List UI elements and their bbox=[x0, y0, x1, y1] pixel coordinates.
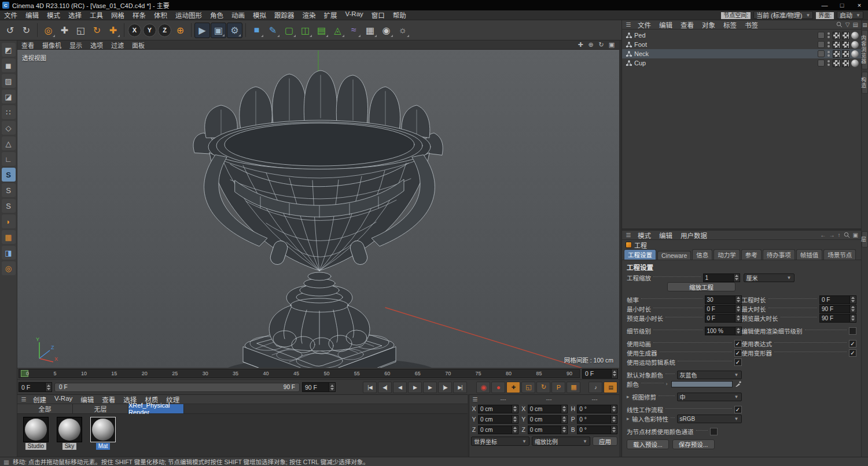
camera-icon[interactable]: ◉ bbox=[378, 23, 394, 38]
stepper-arrows[interactable] bbox=[45, 383, 52, 391]
object-menu-item[interactable]: 对象 bbox=[698, 20, 719, 29]
uv-mode-icon[interactable]: ◪ bbox=[2, 90, 16, 103]
deformer-icon[interactable]: ≈ bbox=[346, 23, 362, 38]
attribute-tab[interactable]: 参考 bbox=[741, 249, 762, 260]
attribute-tab[interactable]: 信息 bbox=[692, 249, 712, 260]
rot-b-field[interactable]: 0 ° bbox=[577, 426, 617, 434]
axis-mode-icon[interactable]: ∟ bbox=[2, 152, 16, 166]
rot-p-field[interactable]: 0 ° bbox=[577, 415, 617, 424]
material-tab[interactable]: 无层 bbox=[73, 404, 128, 413]
primitive-cube-icon[interactable]: ■ bbox=[249, 23, 264, 38]
menubar-item[interactable]: 网格 bbox=[107, 10, 128, 20]
size-header[interactable]: --- bbox=[526, 396, 572, 402]
subdivision-surface-icon[interactable]: ▢ bbox=[281, 23, 297, 38]
use-generators-checkbox[interactable] bbox=[734, 349, 742, 357]
stepper-arrows[interactable] bbox=[329, 383, 335, 391]
material-item[interactable]: Mat bbox=[89, 417, 117, 454]
object-menu-item[interactable]: 文件 bbox=[634, 20, 655, 29]
live-selection-icon[interactable]: ◎ bbox=[41, 23, 56, 38]
use-motion-system-checkbox[interactable] bbox=[734, 358, 742, 366]
rotate-tool-icon[interactable]: ↻ bbox=[89, 23, 105, 38]
attribute-tab[interactable]: 场景节点 bbox=[823, 249, 856, 260]
search-icon[interactable] bbox=[844, 232, 850, 238]
menubar-item[interactable]: 角色 bbox=[206, 10, 227, 20]
viewport-menu-item[interactable]: 过滤 bbox=[107, 40, 128, 50]
object-menu-item[interactable]: 查看 bbox=[676, 20, 698, 29]
object-row[interactable]: Foot bbox=[622, 40, 861, 49]
edit-toggle-icon[interactable] bbox=[818, 60, 825, 66]
menubar-item[interactable]: 渲染 bbox=[299, 10, 320, 20]
object-row[interactable]: Neck bbox=[622, 49, 861, 58]
menubar-item[interactable]: 体积 bbox=[150, 10, 171, 20]
object-menu-item[interactable]: 书签 bbox=[741, 20, 762, 29]
panel-menu-icon[interactable]: ☰ bbox=[624, 21, 632, 28]
texture-tag-icon[interactable] bbox=[833, 50, 840, 58]
viewport-menu-item[interactable]: 摄像机 bbox=[38, 40, 65, 50]
interface-dropdown[interactable]: 启动▼ bbox=[837, 11, 863, 19]
snap-icon[interactable]: S bbox=[2, 168, 16, 182]
material-item[interactable]: Studio bbox=[22, 417, 50, 454]
layers-tab[interactable]: 层 bbox=[862, 231, 868, 247]
max-time-field[interactable]: 90 F bbox=[819, 305, 856, 313]
attribute-tab[interactable]: 工程设置 bbox=[624, 249, 656, 260]
keyframe-rotation-toggle[interactable]: ↻ bbox=[536, 382, 550, 393]
move-tool-icon[interactable]: ✚ bbox=[57, 23, 72, 38]
record-button[interactable]: ◉ bbox=[476, 382, 490, 393]
size-y-field[interactable]: 0 cm bbox=[528, 415, 568, 424]
menubar-item[interactable]: 跟踪器 bbox=[270, 10, 299, 20]
render-picture-viewer-icon[interactable]: ▣ bbox=[211, 23, 226, 38]
menubar-item[interactable]: 编辑 bbox=[21, 10, 43, 20]
material-thumbnail[interactable] bbox=[57, 417, 82, 442]
autokey-button[interactable]: ● bbox=[491, 382, 505, 393]
input-color-dropdown[interactable]: sRGB▼ bbox=[677, 415, 742, 423]
viewport-menu-item[interactable]: 显示 bbox=[65, 40, 86, 50]
pos-x-field[interactable]: 0 cm bbox=[478, 405, 518, 413]
material-tag-icon[interactable] bbox=[851, 60, 859, 67]
menubar-item[interactable]: 工具 bbox=[86, 10, 107, 20]
next-frame-button[interactable]: ▶ bbox=[423, 382, 437, 393]
previous-frame-button[interactable]: ◀ bbox=[393, 382, 407, 393]
menubar-item[interactable]: 运动图形 bbox=[171, 10, 206, 20]
solo-toggle[interactable]: ▤ bbox=[604, 382, 617, 393]
lod-field[interactable]: 100 % bbox=[705, 327, 742, 335]
play-button[interactable]: ▶ bbox=[408, 382, 422, 393]
menubar-item[interactable]: 帮助 bbox=[389, 10, 410, 20]
goto-end-button[interactable]: ▶| bbox=[453, 382, 467, 393]
material-menu-item[interactable]: V-Ray bbox=[50, 395, 76, 404]
object-menu-item[interactable]: 编辑 bbox=[655, 20, 676, 29]
menubar-item[interactable]: 选择 bbox=[64, 10, 86, 20]
visibility-dots-icon[interactable] bbox=[826, 32, 831, 38]
polygons-mode-icon[interactable]: △ bbox=[2, 136, 16, 150]
menubar-item[interactable]: 窗口 bbox=[367, 10, 389, 20]
undo-icon[interactable]: ↺ bbox=[2, 23, 18, 38]
menubar-item[interactable]: 动画 bbox=[227, 10, 249, 20]
default-color-dropdown[interactable]: 灰蓝色▼ bbox=[677, 371, 742, 379]
texture-mode-icon[interactable]: ▨ bbox=[2, 74, 16, 88]
goto-start-button[interactable]: |◀ bbox=[363, 382, 377, 393]
attribute-tab[interactable]: 帧插值 bbox=[796, 249, 823, 260]
keyframe-pla-toggle[interactable]: ▦ bbox=[567, 382, 580, 393]
add-tool-icon[interactable]: ✚ bbox=[105, 23, 121, 38]
size-z-field[interactable]: 0 cm bbox=[528, 426, 568, 434]
visibility-dots-icon[interactable] bbox=[826, 60, 831, 66]
material-thumbnail[interactable] bbox=[90, 417, 116, 442]
material-tab[interactable]: XRef_Physical Render bbox=[128, 404, 184, 413]
attribute-menu-item[interactable]: 编辑 bbox=[655, 231, 676, 240]
edges-mode-icon[interactable]: ◇ bbox=[2, 121, 16, 135]
close-button[interactable]: × bbox=[851, 0, 868, 10]
floor-icon[interactable]: ▦ bbox=[362, 23, 378, 38]
timeline-ruler[interactable]: 051015202530354045505560657075808590 bbox=[19, 369, 580, 378]
material-item[interactable]: Sky bbox=[56, 417, 83, 454]
viewport-pan-icon[interactable]: ✚ bbox=[576, 41, 584, 49]
isolate-icon[interactable]: ◨ bbox=[2, 246, 16, 260]
previous-key-button[interactable]: ◀| bbox=[378, 382, 392, 393]
edit-toggle-icon[interactable] bbox=[818, 32, 825, 39]
model-mode-icon[interactable]: ◼ bbox=[2, 58, 16, 72]
min-time-field[interactable]: 0 F bbox=[705, 305, 742, 313]
viewport-toggle-icon[interactable]: ▣ bbox=[608, 41, 616, 49]
coordinate-system-dropdown[interactable]: 世界坐标▼ bbox=[471, 437, 529, 446]
object-row[interactable]: Cup bbox=[622, 58, 861, 68]
texture-tag-icon[interactable] bbox=[842, 32, 849, 39]
parent-icon[interactable]: ↑ bbox=[838, 232, 841, 238]
collapse-arrow-icon[interactable]: ▸ bbox=[627, 416, 632, 421]
